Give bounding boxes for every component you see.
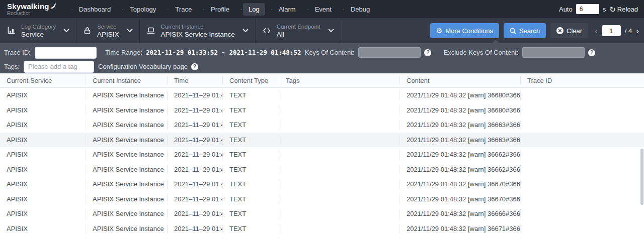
cell-instance: APISIX Service Instance <box>86 192 168 207</box>
cell-content: 2021/11/29 01:48:32 [warn] 36670#36670: … <box>400 177 521 192</box>
reload-icon[interactable]: ↻ <box>609 6 616 13</box>
skywalking-app: Skywalking Rocketbot DashboardTopologyTr… <box>0 0 644 239</box>
nav-item-topology[interactable]: Topology <box>124 3 162 16</box>
cell-trace-id <box>521 192 644 207</box>
trace-id-input[interactable] <box>35 47 97 59</box>
cell-instance: APISIX Service Instance <box>86 117 168 133</box>
cell-tags <box>279 206 400 221</box>
log-category-select[interactable]: Log Category Service <box>0 18 76 43</box>
clear-button[interactable]: Clear <box>550 23 588 38</box>
logo[interactable]: Skywalking Rocketbot <box>7 3 56 16</box>
lock-icon <box>83 26 92 35</box>
auto-label: Auto <box>559 6 573 13</box>
help-icon[interactable]: ? <box>191 63 198 70</box>
cell-trace-id <box>521 147 644 162</box>
more-conditions-button[interactable]: ⚙ More Conditions <box>430 23 499 38</box>
cell-time: 2021–11–29 01:48:52 <box>168 117 223 133</box>
cell-tags <box>279 147 400 162</box>
cell-tags <box>279 192 400 207</box>
cell-instance: APISIX Service Instance <box>86 221 168 236</box>
nav-item-profile[interactable]: Profile <box>205 3 235 16</box>
column-header-time[interactable]: Time <box>168 74 223 87</box>
vocabulary-link[interactable]: Configuration Vocabulary page <box>98 63 188 70</box>
cell-service <box>0 236 86 239</box>
cell-trace-id <box>521 206 644 221</box>
conditions-row-2: Tags: Configuration Vocabulary page ? <box>4 60 640 73</box>
table-row[interactable]: APISIXAPISIX Service Instance2021–11–29 … <box>0 192 644 207</box>
cell-content: 2021/11/29 01:48:32 [warn] 36670#36670: … <box>400 192 521 207</box>
exclude-keys-input[interactable] <box>522 47 585 58</box>
table-row[interactable]: APISIXAPISIX Service Instance2021–11–29 … <box>0 103 644 118</box>
cell-tags <box>279 221 400 236</box>
next-page-icon[interactable]: › <box>636 27 639 35</box>
cell-instance: APISIX Service Instance <box>86 147 168 162</box>
reload-button[interactable]: Reload <box>617 6 638 13</box>
table-body: APISIXAPISIX Service Instance2021–11–29 … <box>0 88 644 239</box>
table-row[interactable]: APISIXAPISIX Service Instance2021–11–29 … <box>0 147 644 162</box>
cell-trace-id <box>521 221 644 236</box>
conditions-row-1: Trace ID: Time Range: 2021-11-29 01:33:5… <box>4 46 640 59</box>
cell-time: 2021–11–29 01:48:52 <box>168 177 223 192</box>
nav-item-alarm[interactable]: Alarm <box>273 3 301 16</box>
current-endpoint-select[interactable]: Current Endpoint All <box>256 18 341 43</box>
cell-content-type: TEXT <box>223 147 279 162</box>
column-header-content[interactable]: Content <box>400 74 521 87</box>
table-row[interactable]: APISIXAPISIX Service Instance2021–11–29 … <box>0 177 644 192</box>
nav-item-event[interactable]: Event <box>309 3 337 16</box>
table-row[interactable]: APISIXAPISIX Service Instance2021–11–29 … <box>0 162 644 177</box>
keys-of-content-label: Keys Of Content: <box>304 49 354 56</box>
search-button[interactable]: Search <box>504 23 546 38</box>
cell-content-type: TEXT <box>223 88 279 103</box>
column-header-content-type[interactable]: Content Type <box>223 74 279 87</box>
cell-tags <box>279 177 400 192</box>
cell-tags <box>279 162 400 177</box>
column-header-tags[interactable]: Tags <box>279 74 400 87</box>
tags-input[interactable] <box>24 61 94 73</box>
nav-item-debug[interactable]: Debug <box>345 3 375 16</box>
filter-label: Current Instance <box>161 24 235 30</box>
service-select[interactable]: Service APISIX <box>76 18 140 43</box>
cell-instance: APISIX Service Instance <box>86 162 168 177</box>
filter-bar: Log Category Service Service APISIX <box>0 18 644 43</box>
column-header-current-instance[interactable]: Current Instance <box>86 74 168 87</box>
time-range-value[interactable]: 2021-11-29 01:33:52 ~ 2021-11-29 01:48:5… <box>146 49 301 56</box>
cell-instance: APISIX Service Instance <box>86 88 168 103</box>
nav-item-log[interactable]: Log <box>243 3 265 16</box>
instance-icon <box>146 26 155 35</box>
table-row[interactable] <box>0 236 644 239</box>
table-row[interactable]: APISIXAPISIX Service Instance2021–11–29 … <box>0 117 644 133</box>
table-header: Current Service Current Instance Time Co… <box>0 73 644 88</box>
current-instance-select[interactable]: Current Instance APISIX Service Instance <box>140 18 256 43</box>
exclude-keys-label: Exclude Keys Of Content: <box>443 49 518 56</box>
cell-service: APISIX <box>0 103 86 118</box>
nav-item-dashboard[interactable]: Dashboard <box>73 3 117 16</box>
log-table: Current Service Current Instance Time Co… <box>0 73 644 239</box>
filter-value: APISIX Service Instance <box>161 31 235 38</box>
cell-time: 2021–11–29 01:48:52 <box>168 88 223 103</box>
cell-content: 2021/11/29 01:48:32 [warn] 36663#36663: … <box>400 117 521 133</box>
cell-time: 2021–11–29 01:48:52 <box>168 206 223 221</box>
cell-content: 2021/11/29 01:48:32 [warn] 36680#36680: … <box>400 88 521 103</box>
filter-label: Current Endpoint <box>277 24 320 30</box>
column-header-trace-id[interactable]: Trace ID <box>521 74 644 87</box>
cell-content-type: TEXT <box>223 162 279 177</box>
clear-icon <box>556 27 564 34</box>
table-row[interactable]: APISIXAPISIX Service Instance2021–11–29 … <box>0 133 644 148</box>
scrollbar-thumb[interactable] <box>640 149 643 205</box>
help-icon[interactable]: ? <box>588 49 595 56</box>
cell-trace-id <box>521 103 644 118</box>
table-row[interactable]: APISIXAPISIX Service Instance2021–11–29 … <box>0 221 644 236</box>
code-icon <box>262 27 271 35</box>
table-row[interactable]: APISIXAPISIX Service Instance2021–11–29 … <box>0 88 644 103</box>
cell-content-type: TEXT <box>223 133 279 148</box>
cell-service: APISIX <box>0 133 86 148</box>
search-label: Search <box>519 27 540 35</box>
column-header-current-service[interactable]: Current Service <box>0 74 86 87</box>
keys-of-content-input[interactable] <box>358 47 421 58</box>
nav-item-trace[interactable]: Trace <box>170 3 197 16</box>
page-input[interactable] <box>602 25 621 36</box>
prev-page-icon[interactable]: ‹ <box>595 27 598 35</box>
auto-interval-input[interactable] <box>576 4 599 14</box>
help-icon[interactable]: ? <box>424 49 431 56</box>
table-row[interactable]: APISIXAPISIX Service Instance2021–11–29 … <box>0 206 644 221</box>
